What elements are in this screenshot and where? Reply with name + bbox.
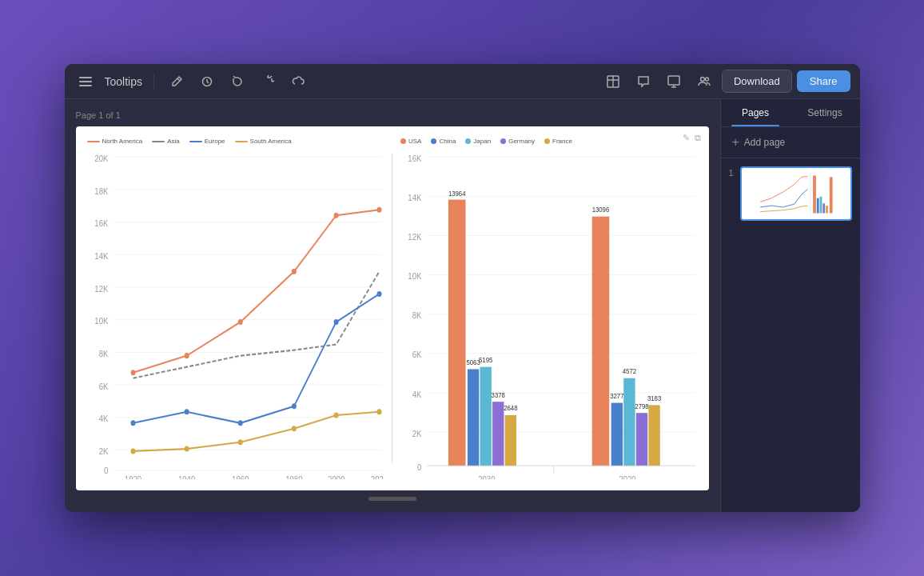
tab-pages[interactable]: Pages bbox=[721, 99, 791, 126]
svg-text:2020: 2020 bbox=[619, 475, 635, 479]
chart-canvas[interactable]: ✎ ⧉ North America bbox=[76, 126, 709, 490]
svg-text:1960: 1960 bbox=[232, 475, 249, 479]
svg-text:10K: 10K bbox=[408, 272, 421, 282]
users-icon-btn[interactable] bbox=[691, 69, 717, 94]
svg-text:8K: 8K bbox=[412, 311, 422, 321]
cloud-tool-icon[interactable] bbox=[287, 70, 309, 93]
legend-france: France bbox=[552, 138, 572, 145]
page-thumbnail-1[interactable]: 1 bbox=[729, 166, 852, 221]
svg-text:14K: 14K bbox=[408, 193, 421, 202]
toolbar: Tooltips bbox=[65, 64, 860, 99]
legend-north-america: North America bbox=[102, 138, 143, 145]
svg-point-52 bbox=[237, 439, 242, 445]
svg-text:16K: 16K bbox=[94, 219, 108, 229]
chart-divider bbox=[392, 154, 392, 463]
download-button[interactable]: Download bbox=[722, 70, 792, 93]
legend-japan: Japan bbox=[473, 138, 491, 145]
svg-text:12K: 12K bbox=[94, 284, 108, 294]
svg-point-49 bbox=[376, 291, 381, 297]
menu-icon[interactable] bbox=[74, 70, 97, 93]
svg-text:1940: 1940 bbox=[177, 475, 194, 479]
svg-text:14K: 14K bbox=[94, 251, 108, 261]
pencil-tool-icon[interactable] bbox=[165, 70, 188, 93]
left-chart-svg-area: 20K 18K 16K 14K 12K 10K 8K 6K 4K 2K bbox=[87, 148, 384, 479]
svg-text:8K: 8K bbox=[98, 349, 108, 358]
svg-text:6K: 6K bbox=[412, 350, 422, 360]
svg-point-53 bbox=[291, 426, 296, 431]
svg-rect-2 bbox=[79, 85, 92, 86]
tab-settings[interactable]: Settings bbox=[791, 99, 860, 126]
svg-text:2K: 2K bbox=[98, 446, 108, 456]
right-chart-legend: USA China Japan bbox=[400, 138, 698, 145]
svg-text:2648: 2648 bbox=[504, 404, 518, 413]
svg-rect-84 bbox=[592, 217, 610, 466]
canvas-edit-icon[interactable]: ✎ bbox=[683, 133, 690, 143]
left-line-chart: North America Asia Europe bbox=[87, 138, 384, 479]
comment-icon-btn[interactable] bbox=[631, 69, 656, 94]
svg-point-50 bbox=[130, 448, 135, 454]
svg-text:20K: 20K bbox=[94, 154, 108, 163]
add-icon: + bbox=[732, 135, 739, 150]
svg-point-40 bbox=[237, 319, 242, 325]
svg-text:3378: 3378 bbox=[492, 390, 506, 399]
svg-text:1980: 1980 bbox=[285, 475, 302, 479]
svg-text:18K: 18K bbox=[94, 186, 108, 196]
svg-rect-104 bbox=[829, 177, 832, 213]
svg-text:6K: 6K bbox=[98, 382, 108, 391]
svg-point-42 bbox=[333, 213, 338, 218]
svg-rect-99 bbox=[813, 175, 816, 213]
svg-rect-1 bbox=[79, 81, 92, 82]
svg-point-41 bbox=[291, 269, 296, 274]
legend-europe: Europe bbox=[205, 138, 225, 145]
undo-tool-icon[interactable] bbox=[226, 70, 249, 93]
svg-rect-0 bbox=[79, 77, 92, 78]
add-page-label: Add page bbox=[744, 137, 785, 148]
svg-text:13964: 13964 bbox=[448, 190, 466, 198]
svg-text:2798: 2798 bbox=[635, 402, 649, 410]
panel-tabs: Pages Settings bbox=[721, 99, 860, 127]
svg-rect-100 bbox=[816, 198, 818, 214]
svg-rect-78 bbox=[480, 367, 491, 466]
page-thumb-1[interactable] bbox=[740, 166, 852, 221]
history-tool-icon[interactable] bbox=[196, 70, 218, 93]
right-panel: Pages Settings + Add page 1 bbox=[720, 99, 860, 512]
page-number-1: 1 bbox=[729, 168, 734, 178]
svg-rect-92 bbox=[648, 405, 659, 466]
svg-point-38 bbox=[130, 370, 135, 375]
svg-point-47 bbox=[291, 403, 296, 409]
svg-text:10K: 10K bbox=[94, 317, 108, 326]
svg-text:2K: 2K bbox=[412, 429, 422, 438]
svg-rect-76 bbox=[468, 369, 479, 466]
svg-rect-103 bbox=[826, 206, 828, 213]
svg-point-55 bbox=[376, 409, 381, 414]
svg-rect-74 bbox=[448, 200, 466, 466]
page-label: Page 1 of 1 bbox=[76, 110, 121, 120]
svg-text:12K: 12K bbox=[408, 232, 421, 242]
redo-tool-icon[interactable] bbox=[257, 70, 279, 93]
svg-rect-86 bbox=[611, 403, 623, 466]
svg-text:3277: 3277 bbox=[610, 391, 624, 400]
table-icon-btn[interactable] bbox=[600, 69, 626, 94]
chat-icon-btn[interactable] bbox=[661, 69, 687, 94]
svg-rect-82 bbox=[505, 415, 516, 466]
svg-rect-101 bbox=[819, 197, 822, 214]
add-page-button[interactable]: + Add page bbox=[721, 127, 860, 158]
svg-point-9 bbox=[705, 78, 708, 81]
toolbar-left: Tooltips bbox=[74, 70, 594, 93]
canvas-copy-icon[interactable]: ⧉ bbox=[695, 133, 701, 143]
share-button[interactable]: Share bbox=[797, 70, 850, 92]
svg-point-46 bbox=[237, 420, 242, 426]
legend-asia: Asia bbox=[167, 138, 180, 145]
svg-text:1920: 1920 bbox=[124, 475, 141, 479]
svg-text:2020: 2020 bbox=[370, 475, 384, 479]
legend-south-america: South America bbox=[250, 138, 292, 145]
canvas-area: Page 1 of 1 ✎ ⧉ bbox=[65, 99, 720, 512]
svg-rect-90 bbox=[636, 413, 647, 466]
legend-china: China bbox=[439, 138, 456, 145]
app-window: Tooltips bbox=[65, 64, 860, 512]
page-thumbnails: 1 bbox=[721, 158, 860, 229]
canvas-scrollbar[interactable] bbox=[368, 497, 416, 501]
toolbar-divider bbox=[153, 74, 154, 90]
main-content: Page 1 of 1 ✎ ⧉ bbox=[65, 99, 860, 512]
legend-usa: USA bbox=[408, 138, 421, 145]
